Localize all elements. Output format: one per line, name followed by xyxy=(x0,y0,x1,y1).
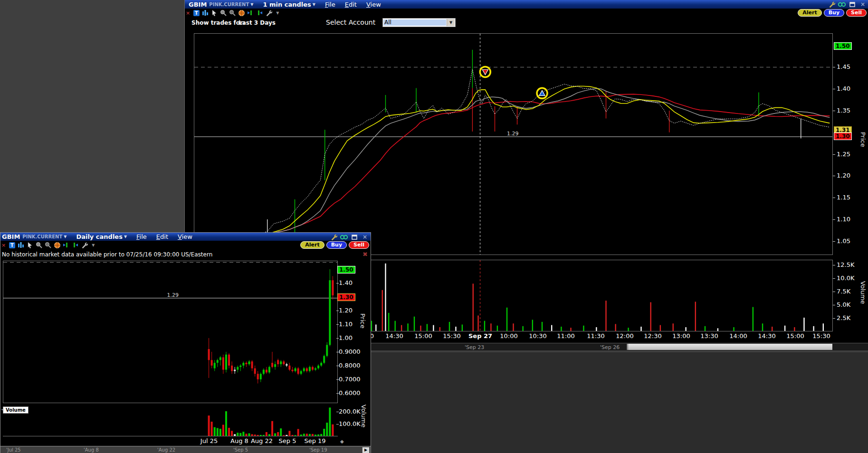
daily-titlebar[interactable]: GBIM PINK.CURRENT ▼ Daily candles ▼ File… xyxy=(0,233,371,241)
candle-right-icon[interactable] xyxy=(256,9,263,17)
timeframe-dropdown-caret-icon[interactable]: ▼ xyxy=(313,2,315,7)
price-tick xyxy=(833,219,835,220)
link-icon[interactable] xyxy=(340,234,348,241)
daily-price-chart[interactable]: 1.29 xyxy=(3,261,338,403)
crosshair-target-icon[interactable] xyxy=(238,9,245,17)
scroll-indicator-icon[interactable]: ◆ xyxy=(340,439,344,444)
price-tick xyxy=(833,111,835,111)
select-account-dropdown[interactable]: All ▼ xyxy=(382,18,456,27)
dropdown-arrow-icon[interactable]: ▼ xyxy=(274,9,281,17)
main-trade-buttons: Alert Buy Sell xyxy=(798,9,867,17)
volume-axis-title: Volume xyxy=(360,405,367,427)
menu-edit[interactable]: Edit xyxy=(156,233,168,240)
chart-bars-icon[interactable] xyxy=(201,9,209,17)
price-tick-label: 1.40 xyxy=(837,85,850,92)
scroll-date-label: 'Sep 19 xyxy=(309,447,327,453)
volume-tick xyxy=(833,278,835,279)
alert-button[interactable]: Alert xyxy=(300,241,324,249)
alert-button[interactable]: Alert xyxy=(798,9,821,17)
date-tick-label: Sep 19 xyxy=(304,437,325,444)
volume-tick-label: 2.5K xyxy=(837,314,850,321)
time-tick-label: 13:00 xyxy=(672,332,690,340)
symbol-dropdown-caret-icon[interactable]: ▼ xyxy=(250,2,253,7)
cursor-icon[interactable] xyxy=(26,242,34,249)
price-axis-title: Price xyxy=(359,313,366,329)
buy-button[interactable]: Buy xyxy=(326,241,347,249)
price-tick-label: 0.8000 xyxy=(339,362,361,369)
main-window-controls[interactable]: × xyxy=(828,0,867,8)
menu-file[interactable]: File xyxy=(325,1,335,8)
price-tick-label: 1.45 xyxy=(837,63,850,70)
desktop-background-left xyxy=(0,0,184,232)
volume-tick-label: 10.0K xyxy=(837,274,854,282)
price-badge-1.30: 1.30 xyxy=(834,132,852,140)
scroll-right-button[interactable]: ▶ xyxy=(362,447,370,453)
menu-file[interactable]: File xyxy=(136,233,147,240)
daily-time-scrollbar[interactable]: 'Jul 25'Aug 8'Aug 22'Sep 5'Sep 19▶ xyxy=(0,446,371,453)
feed-label: PINK.CURRENT xyxy=(209,2,249,7)
trading-desktop: GBIM PINK.CURRENT ▼ 1 min candles ▼ File… xyxy=(0,0,868,453)
volume-pane-tag: Volume xyxy=(3,406,29,414)
price-tick-label: 1.00 xyxy=(339,334,353,341)
menu-view[interactable]: View xyxy=(178,233,192,240)
daily-window-controls[interactable]: × xyxy=(330,233,369,241)
menu-view[interactable]: View xyxy=(366,1,381,8)
close-icon[interactable]: × xyxy=(859,1,867,8)
scrollbar-thumb[interactable] xyxy=(627,344,832,350)
chart-bars-icon[interactable] xyxy=(17,242,25,249)
price-tick xyxy=(833,154,835,155)
text-tool-icon[interactable]: T xyxy=(8,242,16,249)
dropdown-arrow-icon[interactable]: ▼ xyxy=(89,242,97,249)
dismiss-message-icon[interactable]: ✖ xyxy=(362,251,368,258)
price-tick-label: 0.6000 xyxy=(339,389,361,396)
time-tick-label: 10:30 xyxy=(529,332,546,340)
price-tick xyxy=(833,89,835,89)
timeframe-dropdown-caret-icon[interactable]: ▼ xyxy=(124,235,127,239)
daily-volume-chart[interactable] xyxy=(3,407,338,436)
select-account-label: Select Account xyxy=(326,19,375,26)
timeframe-dropdown[interactable]: Daily candles xyxy=(76,233,123,240)
buy-button[interactable]: Buy xyxy=(824,9,844,17)
chevron-down-icon[interactable]: ▼ xyxy=(447,19,455,26)
close-icon[interactable]: × xyxy=(361,234,369,241)
maximize-icon[interactable] xyxy=(351,234,358,241)
candle-right-icon[interactable] xyxy=(71,242,79,249)
close-x-icon[interactable]: × xyxy=(1,242,6,248)
sell-button[interactable]: Sell xyxy=(846,9,867,17)
price-tick-label: 1.40 xyxy=(339,279,353,286)
feed-label: PINK.CURRENT xyxy=(22,234,62,239)
zoom-in-icon[interactable] xyxy=(219,9,227,17)
show-trades-value[interactable]: Last 3 Days xyxy=(238,19,276,26)
wrench-icon[interactable] xyxy=(330,234,337,241)
wrench-icon[interactable] xyxy=(80,242,88,249)
close-x-icon[interactable]: × xyxy=(186,10,190,16)
sell-button[interactable]: Sell xyxy=(349,241,369,249)
menu-edit[interactable]: Edit xyxy=(345,1,357,8)
maximize-icon[interactable] xyxy=(849,1,856,8)
volume-tick-label: 12.5K xyxy=(837,261,854,268)
symbol-dropdown-caret-icon[interactable]: ▼ xyxy=(64,235,67,239)
price-badge-1.30: 1.30 xyxy=(337,293,355,301)
main-price-chart[interactable]: 1.29 xyxy=(194,33,833,255)
svg-text:T: T xyxy=(195,10,198,16)
daily-trade-buttons: Alert Buy Sell xyxy=(300,241,369,249)
wrench-icon[interactable] xyxy=(828,1,835,8)
price-tick-label: 1.10 xyxy=(339,321,353,328)
wrench-icon[interactable] xyxy=(265,9,272,17)
scroll-date-label: 'Sep 5 xyxy=(233,447,248,453)
cursor-icon[interactable] xyxy=(210,9,218,17)
zoom-in-icon[interactable] xyxy=(35,242,43,249)
main-toolbar: × T▼ xyxy=(185,9,868,17)
zoom-out-icon[interactable] xyxy=(229,9,236,17)
main-titlebar[interactable]: GBIM PINK.CURRENT ▼ 1 min candles ▼ File… xyxy=(185,0,868,9)
candle-left-icon[interactable] xyxy=(62,242,70,249)
timeframe-dropdown[interactable]: 1 min candles xyxy=(263,1,311,8)
text-tool-icon[interactable]: T xyxy=(192,9,200,17)
crosshair-target-icon[interactable] xyxy=(53,242,61,249)
zoom-out-icon[interactable] xyxy=(44,242,52,249)
time-tick-label: 15:00 xyxy=(414,332,432,340)
scroll-date-label: 'Sep 26 xyxy=(600,344,620,350)
time-tick-label: 13:30 xyxy=(700,332,718,340)
link-icon[interactable] xyxy=(838,1,846,8)
candle-left-icon[interactable] xyxy=(247,9,254,17)
